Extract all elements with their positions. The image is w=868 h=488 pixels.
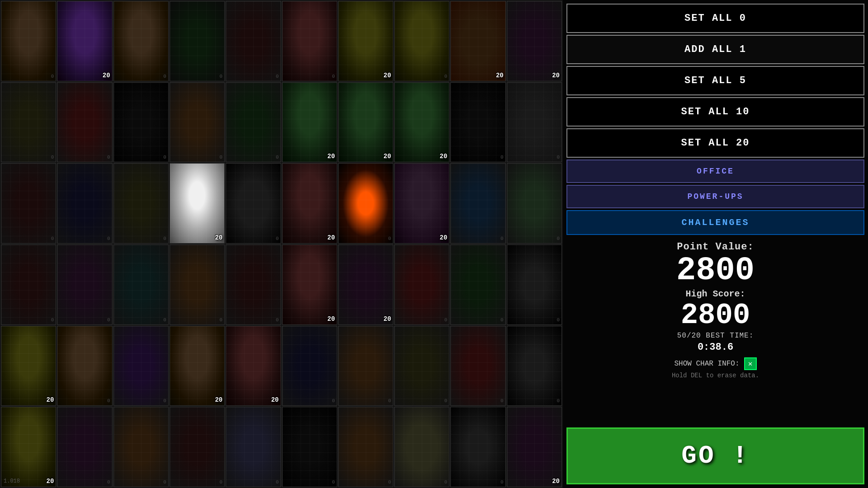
- char-cell-2[interactable]: 20: [57, 1, 112, 81]
- office-button[interactable]: OFFICE: [566, 160, 864, 183]
- char-cell-11[interactable]: 0: [1, 82, 56, 163]
- char-cell-28[interactable]: 20: [394, 163, 449, 244]
- char-zero-badge: 0: [388, 398, 391, 404]
- char-cell-46[interactable]: 0: [282, 326, 337, 406]
- char-cell-42[interactable]: 0: [57, 326, 112, 406]
- char-cell-47[interactable]: 0: [338, 326, 393, 406]
- char-cell-35[interactable]: 0: [226, 244, 281, 325]
- char-zero-badge: 0: [276, 317, 279, 323]
- high-score-number: 2800: [681, 301, 750, 330]
- char-cell-41[interactable]: 20: [1, 326, 56, 406]
- char-cell-24[interactable]: 20: [170, 163, 225, 244]
- char-cell-48[interactable]: 0: [394, 326, 449, 406]
- stats-area: Point Value: 2800 High Score: 2800 50/20…: [566, 237, 864, 426]
- char-cell-56[interactable]: 0: [282, 407, 337, 487]
- side-panel: SET ALL 0 ADD ALL 1 SET ALL 5 SET ALL 10…: [563, 0, 868, 488]
- char-value-badge: 20: [46, 396, 54, 404]
- add-all-1-button[interactable]: ADD ALL 1: [566, 35, 864, 64]
- char-cell-17[interactable]: 20: [338, 82, 393, 163]
- char-cell-20[interactable]: 0: [507, 82, 562, 163]
- char-zero-badge: 0: [500, 236, 504, 241]
- char-cell-52[interactable]: 0: [57, 407, 112, 487]
- set-all-10-button[interactable]: SET ALL 10: [566, 97, 864, 127]
- char-zero-badge: 0: [276, 74, 279, 79]
- char-cell-18[interactable]: 20: [394, 82, 449, 163]
- char-zero-badge: 0: [557, 155, 560, 160]
- char-cell-16[interactable]: 20: [282, 82, 337, 163]
- char-zero-badge: 0: [107, 236, 110, 241]
- char-cell-39[interactable]: 0: [450, 244, 505, 325]
- char-cell-60[interactable]: 20: [507, 407, 562, 487]
- challenges-button[interactable]: CHALLENGES: [566, 210, 864, 235]
- powerups-button[interactable]: POWER-UPS: [566, 185, 864, 208]
- char-cell-33[interactable]: 0: [113, 244, 169, 325]
- char-cell-13[interactable]: 0: [113, 82, 169, 163]
- char-cell-3[interactable]: 0: [113, 1, 169, 81]
- show-char-toggle[interactable]: ✕: [744, 357, 757, 370]
- char-cell-54[interactable]: 0: [170, 407, 225, 487]
- char-cell-32[interactable]: 0: [57, 244, 112, 325]
- char-cell-55[interactable]: 0: [226, 407, 281, 487]
- char-zero-badge: 0: [51, 155, 54, 160]
- set-all-0-button[interactable]: SET ALL 0: [566, 4, 864, 33]
- char-cell-40[interactable]: 0: [507, 244, 562, 325]
- char-value-badge: 20: [552, 478, 560, 485]
- char-cell-15[interactable]: 0: [226, 82, 281, 163]
- set-all-20-button[interactable]: SET ALL 20: [566, 128, 864, 158]
- high-score-label: High Score:: [685, 289, 745, 299]
- char-cell-50[interactable]: 0: [507, 326, 562, 406]
- char-zero-badge: 0: [107, 155, 110, 160]
- char-cell-1[interactable]: 0: [1, 1, 56, 81]
- char-cell-38[interactable]: 0: [394, 244, 449, 325]
- char-zero-badge: 0: [332, 74, 335, 79]
- char-zero-badge: 0: [220, 74, 223, 79]
- char-zero-badge: 0: [332, 479, 335, 485]
- char-cell-36[interactable]: 20: [282, 244, 337, 325]
- char-cell-14[interactable]: 0: [170, 82, 225, 163]
- char-zero-badge: 0: [557, 317, 560, 323]
- best-time-value: 0:38.6: [698, 342, 733, 353]
- show-char-row: SHOW CHAR INFO: ✕: [674, 357, 756, 370]
- char-zero-badge: 0: [51, 317, 54, 323]
- char-cell-9[interactable]: 20: [450, 1, 505, 81]
- char-cell-37[interactable]: 20: [338, 244, 393, 325]
- char-cell-51[interactable]: 20: [1, 407, 56, 487]
- char-cell-23[interactable]: 0: [113, 163, 169, 244]
- char-cell-4[interactable]: 0: [170, 1, 225, 81]
- char-cell-25[interactable]: 0: [226, 163, 281, 244]
- char-cell-58[interactable]: 0: [394, 407, 449, 487]
- char-cell-34[interactable]: 0: [170, 244, 225, 325]
- char-zero-badge: 0: [163, 317, 166, 323]
- char-value-badge: 20: [215, 234, 222, 241]
- char-cell-49[interactable]: 0: [450, 326, 505, 406]
- char-cell-6[interactable]: 0: [282, 1, 337, 81]
- set-all-5-button[interactable]: SET ALL 5: [566, 66, 864, 95]
- char-cell-22[interactable]: 0: [57, 163, 112, 244]
- char-cell-29[interactable]: 0: [450, 163, 505, 244]
- char-cell-27[interactable]: 0: [338, 163, 393, 244]
- char-value-badge: 20: [215, 396, 222, 404]
- char-value-badge: 20: [496, 72, 504, 79]
- char-cell-12[interactable]: 0: [57, 82, 112, 163]
- char-zero-badge: 0: [332, 398, 335, 404]
- go-button[interactable]: GO !: [566, 427, 864, 484]
- char-cell-30[interactable]: 0: [507, 163, 562, 244]
- char-cell-19[interactable]: 0: [450, 82, 505, 163]
- char-cell-21[interactable]: 0: [1, 163, 56, 244]
- char-zero-badge: 0: [51, 74, 54, 79]
- character-grid: 0200000200202000000202020000002002002000…: [0, 0, 563, 488]
- char-cell-26[interactable]: 20: [282, 163, 337, 244]
- char-cell-7[interactable]: 20: [338, 1, 393, 81]
- char-cell-10[interactable]: 20: [507, 1, 562, 81]
- char-cell-8[interactable]: 0: [394, 1, 449, 81]
- char-cell-43[interactable]: 0: [113, 326, 169, 406]
- char-zero-badge: 0: [276, 155, 279, 160]
- char-cell-5[interactable]: 0: [226, 1, 281, 81]
- version-text: 1.018: [4, 478, 20, 484]
- char-cell-53[interactable]: 0: [113, 407, 169, 487]
- char-cell-31[interactable]: 0: [1, 244, 56, 325]
- char-cell-45[interactable]: 20: [226, 326, 281, 406]
- char-cell-59[interactable]: 0: [450, 407, 505, 487]
- char-cell-44[interactable]: 20: [170, 326, 225, 406]
- char-cell-57[interactable]: 0: [338, 407, 393, 487]
